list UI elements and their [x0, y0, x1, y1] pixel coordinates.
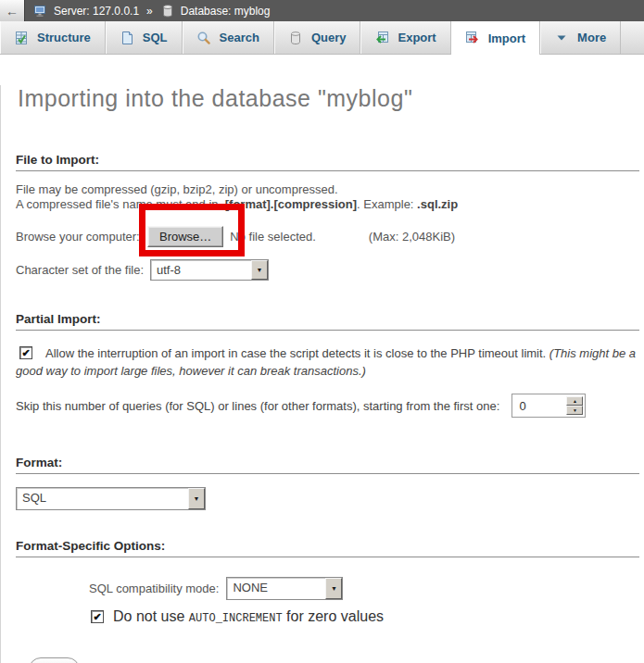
- tab-label: Query: [311, 31, 347, 44]
- main-content: Importing into the database "myblog" Fil…: [0, 85, 644, 663]
- skip-queries-stepper[interactable]: 0 ▲ ▼: [511, 394, 586, 418]
- skip-queries-value: 0: [514, 396, 566, 415]
- breadcrumb-database-link[interactable]: Database: myblog: [181, 5, 271, 18]
- charset-label: Character set of the file:: [16, 263, 150, 277]
- server-icon: [33, 4, 48, 19]
- tab-label: More: [577, 31, 606, 44]
- no-file-selected-text: No file selected.: [230, 230, 316, 244]
- name-rule-prefix: A compressed file's name must end in: [16, 197, 221, 211]
- tab-query[interactable]: Query: [274, 21, 361, 54]
- charset-select-value: utf-8: [151, 260, 251, 280]
- skip-queries-row: Skip this number of queries (for SQL) or…: [16, 394, 644, 418]
- spinner-up-button[interactable]: ▲: [566, 396, 583, 406]
- format-select[interactable]: SQL ▼: [16, 487, 206, 510]
- back-button[interactable]: ←: [0, 0, 25, 21]
- format-specific-heading: Format-Specific Options:: [16, 539, 639, 557]
- more-chevron-icon: [554, 31, 569, 45]
- skip-queries-label: Skip this number of queries (for SQL) or…: [16, 399, 499, 413]
- tab-label: SQL: [143, 31, 168, 44]
- spinner-down-icon: ▼: [573, 407, 577, 413]
- structure-icon: [14, 31, 29, 45]
- spinner-up-icon: ▲: [573, 398, 577, 404]
- compression-note: File may be compressed (gzip, bzip2, zip…: [16, 182, 644, 212]
- name-rule-mid: . Example:: [357, 197, 417, 211]
- dropdown-arrow-icon: ▼: [251, 260, 268, 280]
- submit-row: Go: [29, 657, 644, 663]
- dropdown-arrow-icon: ▼: [325, 578, 342, 599]
- charset-row: Character set of the file: utf-8 ▼: [16, 259, 644, 281]
- browse-button[interactable]: Browse…: [147, 226, 223, 247]
- max-upload-size: (Max: 2,048KiB): [369, 230, 455, 244]
- tab-import[interactable]: Import: [451, 21, 540, 55]
- tab-label: Search: [220, 31, 259, 44]
- tab-export[interactable]: Export: [360, 21, 450, 54]
- tab-label: Import: [488, 31, 525, 45]
- charset-select[interactable]: utf-8 ▼: [150, 259, 269, 281]
- breadcrumb-separator: »: [146, 5, 153, 18]
- tab-label: Export: [398, 31, 436, 44]
- checkmark-icon: ✔: [93, 611, 101, 623]
- allow-interrupt-checkbox[interactable]: ✔: [19, 346, 32, 359]
- page-title: Importing into the database "myblog": [18, 85, 644, 112]
- allow-interrupt-text: Allow the interruption of an import in c…: [45, 346, 549, 360]
- auto-increment-code: AUTO_INCREMENT: [189, 612, 283, 625]
- sql-compatibility-value: NONE: [227, 578, 325, 599]
- import-icon: [465, 31, 480, 45]
- browse-label: Browse your computer:: [16, 230, 147, 244]
- breadcrumb: Server: 127.0.0.1 » Database: myblog: [33, 4, 270, 19]
- tab-more[interactable]: More: [540, 21, 621, 54]
- query-icon: [288, 31, 303, 45]
- format-heading: Format:: [16, 456, 639, 474]
- auto-increment-row: ✔ Do not use AUTO_INCREMENT for zero val…: [91, 608, 644, 625]
- file-upload-row: Browse your computer: Browse… No file se…: [16, 226, 644, 247]
- sql-compatibility-select[interactable]: NONE ▼: [226, 577, 343, 600]
- database-icon: [160, 4, 175, 19]
- sql-icon: [120, 31, 134, 45]
- spinner-down-button[interactable]: ▼: [566, 406, 583, 415]
- allow-interrupt-row: ✔ Allow the interruption of an import in…: [16, 344, 644, 380]
- name-rule-pattern: .[format].[compression]: [221, 197, 357, 211]
- search-icon: [196, 31, 211, 45]
- auto-increment-prefix: Do not use: [113, 608, 189, 624]
- sql-compatibility-label: SQL compatibility mode:: [89, 582, 219, 595]
- partial-import-heading: Partial Import:: [16, 312, 639, 331]
- phpmyadmin-import-page: ← Server: 127.0.0.1 » Database: myblog S…: [0, 0, 644, 663]
- breadcrumb-server-link[interactable]: Server: 127.0.0.1: [54, 5, 139, 18]
- format-select-value: SQL: [17, 488, 188, 509]
- go-button[interactable]: Go: [29, 657, 80, 663]
- export-icon: [374, 31, 389, 45]
- breadcrumb-bar: ← Server: 127.0.0.1 » Database: myblog: [0, 0, 644, 21]
- auto-increment-checkbox[interactable]: ✔: [91, 610, 104, 623]
- tab-label: Structure: [37, 31, 91, 44]
- dropdown-arrow-icon: ▼: [188, 488, 205, 509]
- auto-increment-text: Do not use AUTO_INCREMENT for zero value…: [113, 608, 384, 625]
- sql-compatibility-row: SQL compatibility mode: NONE ▼: [89, 577, 644, 600]
- tab-search[interactable]: Search: [183, 21, 274, 54]
- tab-structure[interactable]: Structure: [0, 21, 106, 54]
- compression-line: File may be compressed (gzip, bzip2, zip…: [16, 182, 338, 196]
- tab-bar: Structure SQL Search Query Export: [0, 21, 644, 55]
- auto-increment-suffix: for zero values: [283, 608, 384, 624]
- name-rule-example: .sql.zip: [417, 197, 458, 211]
- file-to-import-heading: File to Import:: [16, 153, 639, 171]
- tab-sql[interactable]: SQL: [106, 21, 183, 54]
- checkmark-icon: ✔: [21, 344, 30, 362]
- back-arrow-icon: ←: [6, 5, 19, 18]
